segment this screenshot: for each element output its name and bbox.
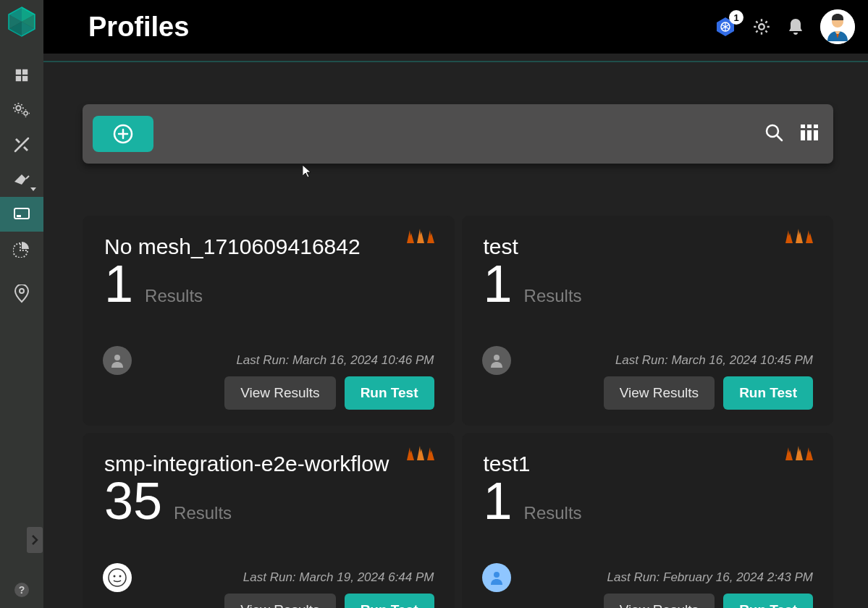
sidebar-item-deploy[interactable]: [0, 162, 43, 197]
main-content: No mesh_1710609416842 1 Results Last Run…: [43, 62, 868, 608]
profile-owner-avatar: [482, 563, 511, 592]
results-label: Results: [524, 503, 582, 523]
kubernetes-icon[interactable]: 1: [715, 16, 736, 38]
card-actions: View Results Run Test: [482, 376, 814, 410]
results-count: 1: [484, 258, 513, 310]
card-actions: View Results Run Test: [482, 594, 814, 608]
profile-owner-avatar: [103, 563, 132, 592]
sidebar-expand-toggle[interactable]: [27, 527, 43, 553]
add-profile-button[interactable]: [93, 116, 153, 152]
svg-point-15: [20, 289, 24, 293]
svg-point-34: [114, 575, 116, 578]
results-label: Results: [145, 286, 203, 306]
svg-point-33: [109, 569, 126, 586]
view-results-button[interactable]: View Results: [604, 594, 715, 608]
svg-point-31: [114, 355, 120, 360]
results-count: 35: [104, 475, 162, 527]
sidebar-item-profiles[interactable]: [0, 197, 43, 232]
svg-rect-26: [807, 124, 812, 128]
last-run-text: Last Run: March 16, 2024 10:45 PM: [482, 353, 814, 368]
profile-card: No mesh_1710609416842 1 Results Last Run…: [83, 216, 455, 426]
profiles-grid: No mesh_1710609416842 1 Results Last Run…: [83, 216, 833, 608]
card-actions: View Results Run Test: [103, 594, 434, 608]
svg-text:?: ?: [19, 584, 25, 596]
svg-rect-25: [801, 124, 805, 128]
view-results-button[interactable]: View Results: [604, 376, 715, 410]
results-row: 1 Results: [104, 258, 433, 310]
run-test-button[interactable]: Run Test: [723, 376, 813, 410]
svg-rect-8: [22, 69, 28, 75]
svg-point-20: [759, 24, 764, 30]
app-logo[interactable]: [6, 6, 38, 38]
svg-rect-27: [814, 124, 818, 128]
profile-title: No mesh_1710609416842: [104, 235, 433, 259]
last-run-text: Last Run: February 16, 2024 2:43 PM: [482, 570, 814, 585]
svg-rect-14: [17, 215, 21, 217]
ship-icon: [404, 229, 437, 250]
results-count: 1: [484, 475, 513, 527]
sidebar-help-button[interactable]: ?: [0, 582, 43, 598]
card-footer: Last Run: March 16, 2024 10:46 PM View R…: [103, 353, 434, 410]
svg-rect-10: [22, 76, 28, 81]
svg-rect-9: [16, 76, 21, 81]
svg-rect-28: [801, 130, 805, 140]
card-footer: Last Run: March 19, 2024 6:44 PM View Re…: [103, 570, 434, 608]
settings-icon[interactable]: [752, 17, 771, 36]
svg-point-36: [494, 572, 500, 578]
sidebar: ?: [0, 0, 43, 608]
svg-rect-30: [814, 130, 818, 140]
header-actions: 1: [715, 9, 855, 44]
sidebar-item-map[interactable]: [0, 276, 43, 311]
sidebar-item-performance[interactable]: [0, 232, 43, 266]
user-avatar[interactable]: [820, 9, 855, 44]
svg-rect-7: [16, 69, 21, 75]
view-results-button[interactable]: View Results: [224, 376, 335, 410]
card-actions: View Results Run Test: [103, 376, 434, 410]
results-row: 35 Results: [104, 475, 433, 527]
search-bar: [83, 104, 833, 164]
results-label: Results: [524, 286, 582, 306]
sidebar-item-tools[interactable]: [0, 127, 43, 162]
profile-owner-avatar: [103, 346, 132, 375]
profile-owner-avatar: [482, 346, 511, 375]
columns-icon[interactable]: [800, 124, 819, 144]
profile-card: smp-integration-e2e-workflow 35 Results …: [83, 433, 455, 608]
svg-point-35: [119, 575, 122, 578]
card-footer: Last Run: March 16, 2024 10:45 PM View R…: [482, 353, 814, 410]
profile-title: test: [484, 235, 812, 259]
svg-point-32: [494, 355, 500, 360]
card-footer: Last Run: February 16, 2024 2:43 PM View…: [482, 570, 814, 608]
notifications-icon[interactable]: [787, 17, 804, 36]
results-count: 1: [104, 258, 133, 310]
results-label: Results: [174, 503, 232, 523]
svg-rect-29: [807, 130, 812, 140]
run-test-button[interactable]: Run Test: [723, 594, 813, 608]
kubernetes-badge: 1: [729, 10, 743, 25]
profile-title: test1: [484, 452, 812, 476]
ship-icon: [404, 446, 437, 468]
profile-card: test 1 Results Last Run: March 16, 2024 …: [462, 216, 834, 426]
results-row: 1 Results: [484, 258, 812, 310]
last-run-text: Last Run: March 19, 2024 6:44 PM: [103, 570, 434, 585]
run-test-button[interactable]: Run Test: [345, 376, 434, 410]
run-test-button[interactable]: Run Test: [345, 594, 434, 608]
header: Profiles 1: [43, 0, 868, 54]
search-icon[interactable]: [764, 122, 784, 145]
sidebar-item-settings-multi[interactable]: [0, 93, 43, 127]
ship-icon: [783, 446, 816, 468]
results-row: 1 Results: [484, 475, 812, 527]
sidebar-item-dashboard[interactable]: [0, 58, 43, 93]
page-title: Profiles: [88, 12, 715, 43]
svg-point-12: [24, 111, 28, 115]
view-results-button[interactable]: View Results: [224, 594, 335, 608]
last-run-text: Last Run: March 16, 2024 10:46 PM: [103, 353, 434, 368]
ship-icon: [783, 229, 816, 250]
profile-card: test1 1 Results Last Run: February 16, 2…: [462, 433, 834, 608]
svg-point-11: [16, 106, 20, 110]
